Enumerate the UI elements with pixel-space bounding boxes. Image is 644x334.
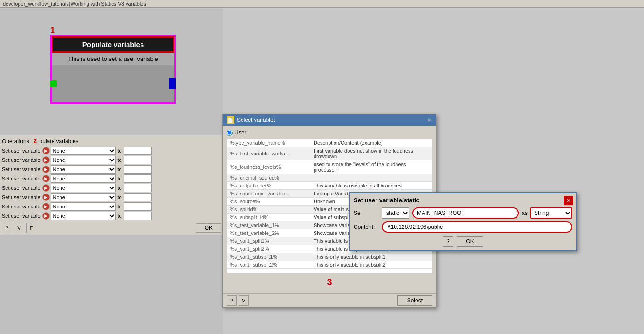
var-description: First variable does not show in the loud… xyxy=(311,147,432,160)
table-row[interactable]: %s_original_source% xyxy=(227,174,432,182)
ops-row-8: Set user variable ▶ None to xyxy=(2,212,221,220)
var-name: %s_var1_subsplit1% xyxy=(227,253,311,261)
var-description: This is only useable in subsplit2 xyxy=(311,261,432,269)
var-name: %s_var1_split1% xyxy=(227,237,311,245)
ops-bottom-bar: ? V F OK xyxy=(2,223,221,233)
ops-v-btn[interactable]: V xyxy=(14,223,24,233)
var-name: %s_subsplit_id% xyxy=(227,214,311,221)
set-var-footer: ? OK xyxy=(354,236,572,247)
ops-row-label-1: Set user variable xyxy=(2,148,40,154)
ops-row-input-7[interactable] xyxy=(124,202,152,211)
var-name: %s_loudness_levels% xyxy=(227,160,311,174)
ops-row-btn-4[interactable]: ▶ xyxy=(42,175,50,182)
select-btn[interactable]: Select xyxy=(397,295,432,306)
ops-row-input-5[interactable] xyxy=(124,184,152,192)
ops-row-input-8[interactable] xyxy=(124,212,152,220)
table-row[interactable]: %s_first_variable_worka...First variable… xyxy=(227,147,432,160)
dialog-footer: ? V Select xyxy=(223,293,436,307)
ops-question-btn[interactable]: ? xyxy=(2,223,12,233)
title-text: developer_workflow_tutorials(Working wit… xyxy=(3,1,146,7)
ops-row-input-2[interactable] xyxy=(124,156,152,164)
var-name: %s_test_variable_2% xyxy=(227,229,311,237)
ops-row-5: Set user variable ▶ None to xyxy=(2,184,221,192)
title-bar: developer_workflow_tutorials(Working wit… xyxy=(0,0,644,8)
ops-row-btn-6[interactable]: ▶ xyxy=(42,194,50,201)
ops-row-1: Set user variable ▶ None to xyxy=(2,147,221,155)
set-var-title: Set user variable/static xyxy=(354,197,572,204)
var-description: used to store the "levels" of the loudne… xyxy=(311,160,432,174)
ops-row-select-6[interactable]: None xyxy=(51,193,116,201)
table-row[interactable]: %type_variable_name%Description/Content … xyxy=(227,139,432,147)
dialog-title-bar: 📄 Select variable: × xyxy=(223,114,436,126)
ops-row-2: Set user variable ▶ None to xyxy=(2,156,221,164)
dialog-close-btn[interactable]: × xyxy=(427,116,432,124)
label-2: 2 xyxy=(33,137,37,145)
var-name: %s_splitid% xyxy=(227,206,311,214)
user-radio-label: User xyxy=(235,129,246,136)
ops-row-btn-3[interactable]: ▶ xyxy=(42,166,50,173)
ops-row-6: Set user variable ▶ None to xyxy=(2,193,221,201)
var-name: %s_outputfolder% xyxy=(227,182,311,190)
table-row[interactable]: %s_var1_subsplit2%This is only useable i… xyxy=(227,261,432,269)
footer-question-btn[interactable]: ? xyxy=(227,295,237,306)
var-name: %s_first_variable_worka... xyxy=(227,147,311,160)
set-label: Se xyxy=(354,210,379,216)
table-row[interactable]: %s_var1_subsplit1%This is only useable i… xyxy=(227,253,432,261)
var-description: This is only useable in subsplit1 xyxy=(311,253,432,261)
ops-row-select-7[interactable]: None xyxy=(51,202,116,211)
label-3: 3 xyxy=(227,275,432,289)
var-name: %s_var1_split2% xyxy=(227,245,311,253)
node-connector-right xyxy=(169,78,176,89)
var-name: %s_some_cool_variable... xyxy=(227,190,311,198)
set-var-as-select[interactable]: String xyxy=(530,207,572,219)
ops-row-btn-7[interactable]: ▶ xyxy=(42,203,50,210)
ops-row-select-8[interactable]: None xyxy=(51,212,116,220)
dialog-title-text: Select variable: xyxy=(237,117,275,123)
content-input[interactable] xyxy=(382,221,572,233)
footer-v-btn[interactable]: V xyxy=(239,295,249,306)
ops-row-select-4[interactable]: None xyxy=(51,174,116,183)
ops-row-input-4[interactable] xyxy=(124,174,152,183)
var-name: %s_test_variable_1% xyxy=(227,221,311,229)
ops-row-select-5[interactable]: None xyxy=(51,184,116,192)
set-var-top-row: Se static as String xyxy=(354,207,572,219)
radio-row: User xyxy=(227,129,432,136)
set-var-close-btn[interactable]: × xyxy=(564,196,573,205)
set-var-help-btn[interactable]: ? xyxy=(443,236,453,247)
node-body xyxy=(52,65,174,102)
table-row[interactable]: %s_loudness_levels%used to store the "le… xyxy=(227,160,432,174)
set-var-name-input[interactable] xyxy=(412,207,519,219)
ops-row-input-3[interactable] xyxy=(124,165,152,174)
dialog-title-left: 📄 Select variable: xyxy=(227,116,275,124)
var-description: Description/Content (example) xyxy=(311,139,432,147)
ops-row-label-2: Set user variable xyxy=(2,157,40,163)
ops-row-select-2[interactable]: None xyxy=(51,156,116,164)
var-name: %s_original_source% xyxy=(227,174,311,182)
ops-row-input-1[interactable] xyxy=(124,147,152,155)
content-row: Content: xyxy=(354,221,572,233)
ops-to-1: to xyxy=(118,148,122,154)
user-radio[interactable] xyxy=(227,130,233,136)
table-row[interactable]: %s_outputfolder%This variable is useable… xyxy=(227,182,432,190)
canvas-area: 1 Populate variables This is used to set… xyxy=(0,9,223,334)
ops-row-btn-1[interactable]: ▶ xyxy=(42,147,50,154)
operations-panel: Operations: 2 pulate variables Set user … xyxy=(0,135,223,235)
ops-ok-btn[interactable]: OK xyxy=(196,223,221,233)
node-block: Populate variables This is used to set a… xyxy=(50,35,176,104)
var-name: %s_var1_subsplit2% xyxy=(227,261,311,269)
set-var-type-select[interactable]: static xyxy=(382,207,409,219)
ops-row-btn-2[interactable]: ▶ xyxy=(42,156,50,164)
ops-row-input-6[interactable] xyxy=(124,193,152,201)
var-description xyxy=(311,174,432,182)
node-title: Populate variables xyxy=(52,36,174,53)
ops-row-select-3[interactable]: None xyxy=(51,165,116,174)
label-1: 1 xyxy=(50,26,55,35)
ops-f-btn[interactable]: F xyxy=(26,223,36,233)
set-variable-dialog: × Set user variable/static Se static as … xyxy=(349,192,577,251)
var-description: This variable is useable in all branches xyxy=(311,182,432,190)
ops-row-btn-5[interactable]: ▶ xyxy=(42,184,50,192)
ops-row-select-1[interactable]: None xyxy=(51,147,116,155)
var-name: %type_variable_name% xyxy=(227,139,311,147)
set-var-ok-btn[interactable]: OK xyxy=(457,236,483,247)
ops-row-btn-8[interactable]: ▶ xyxy=(42,212,50,220)
